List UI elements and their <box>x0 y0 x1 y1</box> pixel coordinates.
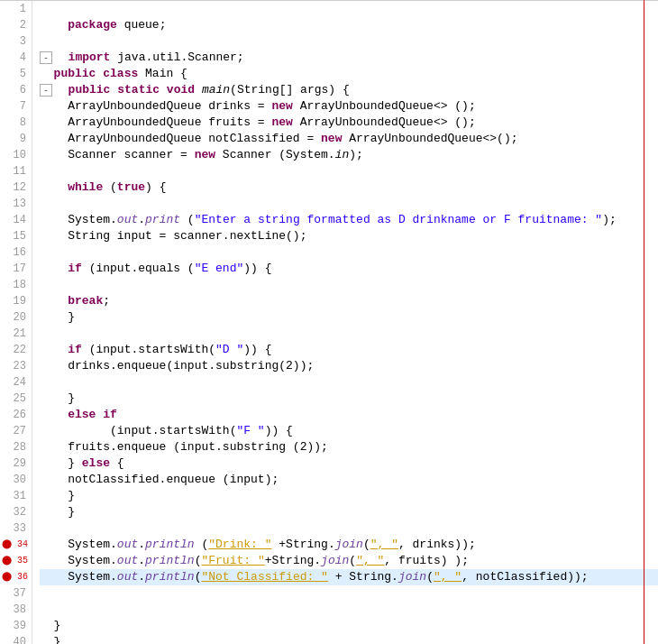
code-line-11: ​ <box>40 163 658 179</box>
code-line-23: drinks.enqueue(input.substring(2)); <box>40 358 658 374</box>
code-line-15: String input = scanner.nextLine(); <box>40 228 658 244</box>
token: print <box>145 212 180 228</box>
token: , notClassified)); <box>462 569 588 585</box>
token: import <box>69 50 111 66</box>
token <box>40 179 68 196</box>
fold-icon-4[interactable]: - <box>40 51 52 64</box>
line-number-33: 33 <box>0 520 32 537</box>
code-area[interactable]: ​ package queue;​- import java.util.Scan… <box>32 1 658 644</box>
code-line-3: ​ <box>40 33 658 50</box>
token: + String. <box>328 569 398 585</box>
code-line-17: if (input.equals ("E end")) { <box>40 261 658 277</box>
line-number-34: ⬤ 34 <box>0 537 32 553</box>
fold-icon-6[interactable]: - <box>40 84 52 97</box>
token: . <box>138 212 145 228</box>
line-number-18: 18 <box>0 277 32 293</box>
line-number-38: 38 <box>0 602 32 618</box>
line-number-2: 2 <box>0 17 32 33</box>
token: public <box>69 82 111 98</box>
token <box>160 82 167 98</box>
token: ; <box>103 293 110 309</box>
token: )) { <box>243 342 271 358</box>
line-number-40: 40 <box>0 634 32 644</box>
line-number-17: 17 <box>0 261 32 277</box>
token: System. <box>40 569 117 585</box>
line-number-8: 8 <box>0 115 32 131</box>
code-line-27: (input.startsWith("F ")) { <box>40 423 658 439</box>
token <box>40 17 68 33</box>
line-number-32: 32 <box>0 504 32 520</box>
line-number-6: 6 <box>0 82 32 98</box>
token: main <box>202 82 230 98</box>
token: } <box>40 488 75 504</box>
token: . <box>138 553 145 569</box>
token: ", " <box>356 553 384 569</box>
line-number-14: 14 <box>0 212 32 228</box>
token: "E end" <box>195 261 244 277</box>
code-line-1: ​ <box>40 1 658 17</box>
token: ArrayUnboundedQueue fruits = <box>40 115 271 131</box>
code-line-37: ​ <box>40 585 658 602</box>
token: ( <box>180 212 195 228</box>
line-number-35: ⬤ 35 <box>0 553 32 569</box>
code-line-31: } <box>40 488 658 504</box>
token: join <box>321 553 349 569</box>
code-line-18: ​ <box>40 277 658 293</box>
token: if <box>68 342 82 358</box>
token: ( <box>426 569 434 585</box>
line-number-23: 23 <box>0 358 32 374</box>
line-number-37: 37 <box>0 585 32 602</box>
line-number-16: 16 <box>0 244 32 261</box>
token: ); <box>602 212 617 228</box>
token: "Not Classified: " <box>201 569 327 585</box>
token: out <box>117 537 138 553</box>
token: ", " <box>434 569 462 585</box>
token: ) { <box>145 179 166 196</box>
token: join <box>398 569 426 585</box>
token: in <box>335 147 350 163</box>
code-line-5: public class Main { <box>40 66 658 82</box>
token: out <box>117 553 138 569</box>
token: new <box>195 147 215 163</box>
code-line-26: else if <box>40 407 658 423</box>
code-line-6: - public static void main(String[] args)… <box>40 82 658 98</box>
token: (input.equals ( <box>82 261 195 277</box>
token: fruits.enqueue (input.substring (2)); <box>40 439 328 455</box>
token: package <box>68 17 117 33</box>
line-number-1: 1 <box>0 1 32 17</box>
token: drinks.enqueue(input.substring(2)); <box>40 358 314 374</box>
line-number-4: 4 <box>0 50 32 66</box>
token: } <box>40 504 75 520</box>
token: Scanner scanner = <box>40 147 195 163</box>
token: ); <box>349 147 363 163</box>
token: +String. <box>271 537 334 553</box>
token <box>195 82 202 98</box>
token: notClassified.enqueue (input); <box>40 472 279 488</box>
token: (input.startsWith( <box>40 423 236 439</box>
token: { <box>110 455 124 472</box>
code-line-24: ​ <box>40 374 658 391</box>
token: public <box>54 66 96 82</box>
token: . <box>138 569 145 585</box>
token: ( <box>195 537 209 553</box>
token: System. <box>40 212 117 228</box>
token: out <box>117 569 138 585</box>
line-number-22: 22 <box>0 342 32 358</box>
line-number-3: 3 <box>0 33 32 50</box>
line-number-13: 13 <box>0 196 32 212</box>
token: else <box>68 407 96 423</box>
token <box>54 82 69 98</box>
code-line-28: fruits.enqueue (input.substring (2)); <box>40 439 658 455</box>
token: ( <box>195 553 202 569</box>
line-number-10: 10 <box>0 147 32 163</box>
code-line-32: } <box>40 504 658 520</box>
code-line-34: System.out.println ("Drink: " +String.jo… <box>40 537 658 553</box>
token: "Fruit: " <box>201 553 264 569</box>
line-number-21: 21 <box>0 326 32 342</box>
code-line-29: } else { <box>40 455 658 472</box>
token: if <box>103 407 117 423</box>
code-line-10: Scanner scanner = new Scanner (System.in… <box>40 147 658 163</box>
token: ArrayUnboundedQueue<> (); <box>293 115 476 131</box>
code-line-19: break; <box>40 293 658 309</box>
token: "Enter a string formatted as D drinkname… <box>195 212 602 228</box>
